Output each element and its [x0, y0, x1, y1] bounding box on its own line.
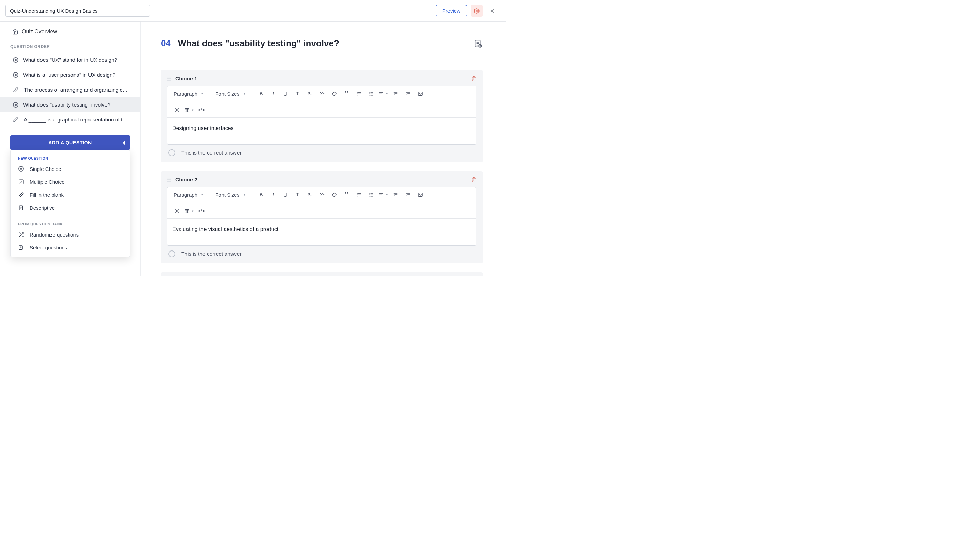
sidebar-question-1[interactable]: What does "UX" stand for in UX design?: [0, 53, 140, 67]
superscript-button[interactable]: X2: [317, 190, 328, 199]
blockquote-button[interactable]: ❜❜: [341, 190, 352, 199]
outdent-button[interactable]: [390, 89, 401, 98]
svg-rect-54: [371, 196, 373, 196]
editor-content[interactable]: Designing user interfaces: [167, 118, 476, 144]
svg-point-42: [170, 181, 171, 182]
select-icon: [18, 244, 24, 250]
number-list-button[interactable]: 123: [366, 190, 377, 199]
clear-format-button[interactable]: [329, 89, 340, 98]
align-button[interactable]: ▼: [378, 89, 389, 98]
note-add-icon[interactable]: [474, 39, 482, 48]
radio-icon: [13, 57, 18, 63]
dropdown-fill-in-the-blank[interactable]: Fill in the blank: [11, 188, 130, 201]
question-text: What does "usability testing" involve?: [23, 102, 134, 108]
indent-button[interactable]: [402, 89, 414, 98]
delete-choice-button[interactable]: [471, 76, 476, 82]
correct-answer-radio[interactable]: [169, 150, 175, 156]
paragraph-select[interactable]: Paragraph▼: [172, 89, 206, 98]
paragraph-select[interactable]: Paragraph▼: [172, 191, 206, 199]
svg-rect-57: [379, 196, 383, 196]
sidebar-question-2[interactable]: What is a "user persona" in UX design?: [0, 67, 140, 82]
svg-rect-16: [358, 93, 361, 94]
svg-rect-29: [395, 95, 398, 95]
svg-point-41: [168, 181, 169, 182]
code-button[interactable]: </>: [196, 206, 207, 216]
svg-rect-22: [371, 93, 373, 94]
subscript-button[interactable]: X2: [305, 89, 315, 98]
bold-button[interactable]: B: [256, 190, 266, 199]
svg-point-12: [357, 92, 358, 93]
clear-format-button[interactable]: [329, 190, 340, 199]
sidebar-question-3[interactable]: The process of arranging and organizing …: [0, 82, 140, 97]
checkbox-icon: [18, 179, 24, 185]
indent-button[interactable]: [402, 190, 414, 199]
svg-point-40: [170, 179, 171, 180]
fontsize-select[interactable]: Font Sizes▼: [213, 89, 248, 98]
bullet-list-button[interactable]: [353, 190, 364, 199]
italic-button[interactable]: I: [268, 89, 279, 98]
code-button[interactable]: </>: [196, 105, 207, 115]
svg-point-14: [357, 95, 358, 96]
svg-rect-59: [395, 194, 398, 195]
settings-button[interactable]: [471, 5, 482, 17]
correct-answer-radio[interactable]: [169, 250, 175, 257]
video-button[interactable]: [172, 105, 182, 115]
sidebar-question-5[interactable]: A ______ is a graphical representation o…: [0, 112, 140, 127]
dropdown-multiple-choice[interactable]: Multiple Choice: [11, 175, 130, 188]
choice-label: Choice 2: [175, 177, 467, 183]
dropdown-select-questions[interactable]: Select questions: [11, 241, 130, 254]
strike-button[interactable]: T: [292, 89, 303, 98]
dropdown-randomize-questions[interactable]: Randomize questions: [11, 228, 130, 241]
quiz-title-input[interactable]: [5, 5, 150, 17]
choice-editor: Paragraph▼Font Sizes▼BIUTX2X2❜❜123▼▼</>D…: [167, 86, 476, 145]
add-question-dropdown: NEW QUESTION Single ChoiceMultiple Choic…: [10, 150, 130, 257]
sidebar-question-4[interactable]: What does "usability testing" involve?: [0, 97, 140, 112]
bullet-list-button[interactable]: [353, 89, 364, 98]
superscript-button[interactable]: X2: [317, 89, 328, 98]
svg-point-13: [357, 93, 358, 94]
svg-rect-55: [379, 193, 383, 194]
close-button[interactable]: [487, 5, 498, 17]
svg-point-44: [357, 194, 358, 195]
question-text: What is a "user persona" in UX design?: [23, 72, 134, 78]
bold-button[interactable]: B: [256, 89, 266, 98]
choice-editor: Paragraph▼Font Sizes▼BIUTX2X2❜❜123▼▼</>E…: [167, 187, 476, 246]
drag-handle-icon[interactable]: [167, 76, 171, 81]
preview-button[interactable]: Preview: [436, 5, 467, 16]
shuffle-icon: [18, 231, 24, 237]
radio-icon: [13, 102, 18, 108]
number-list-button[interactable]: 123: [366, 89, 377, 98]
editor-content[interactable]: Evaluating the visual aesthetics of a pr…: [167, 219, 476, 245]
question-order-label: QUESTION ORDER: [0, 39, 140, 53]
descriptive-icon: [18, 205, 24, 211]
strike-button[interactable]: T: [292, 190, 303, 199]
svg-point-7: [170, 76, 171, 78]
svg-point-43: [357, 193, 358, 194]
table-button[interactable]: ▼: [184, 105, 195, 115]
align-button[interactable]: ▼: [378, 190, 389, 199]
subscript-button[interactable]: X2: [305, 190, 315, 199]
svg-point-37: [168, 178, 169, 179]
quiz-overview-link[interactable]: Quiz Overview: [0, 24, 140, 39]
radio-icon: [13, 72, 18, 78]
svg-point-11: [170, 80, 171, 81]
add-question-button[interactable]: ADD A QUESTION ▴▾: [10, 135, 130, 150]
dropdown-descriptive[interactable]: Descriptive: [11, 201, 130, 214]
video-button[interactable]: [172, 206, 182, 216]
outdent-button[interactable]: [390, 190, 401, 199]
drag-handle-icon[interactable]: [167, 177, 171, 182]
underline-button[interactable]: U: [280, 89, 291, 98]
underline-button[interactable]: U: [280, 190, 291, 199]
image-button[interactable]: [415, 190, 426, 199]
italic-button[interactable]: I: [268, 190, 279, 199]
blockquote-button[interactable]: ❜❜: [341, 89, 352, 98]
expand-icon: ▴▾: [123, 140, 126, 145]
delete-choice-button[interactable]: [471, 177, 476, 183]
choice-card-2: Choice 2Paragraph▼Font Sizes▼BIUTX2X2❜❜1…: [161, 171, 482, 263]
fontsize-select[interactable]: Font Sizes▼: [213, 191, 248, 199]
svg-rect-27: [394, 92, 398, 92]
question-text: A ______ is a graphical representation o…: [24, 117, 134, 123]
table-button[interactable]: ▼: [184, 206, 195, 216]
dropdown-single-choice[interactable]: Single Choice: [11, 162, 130, 175]
image-button[interactable]: [415, 89, 426, 98]
